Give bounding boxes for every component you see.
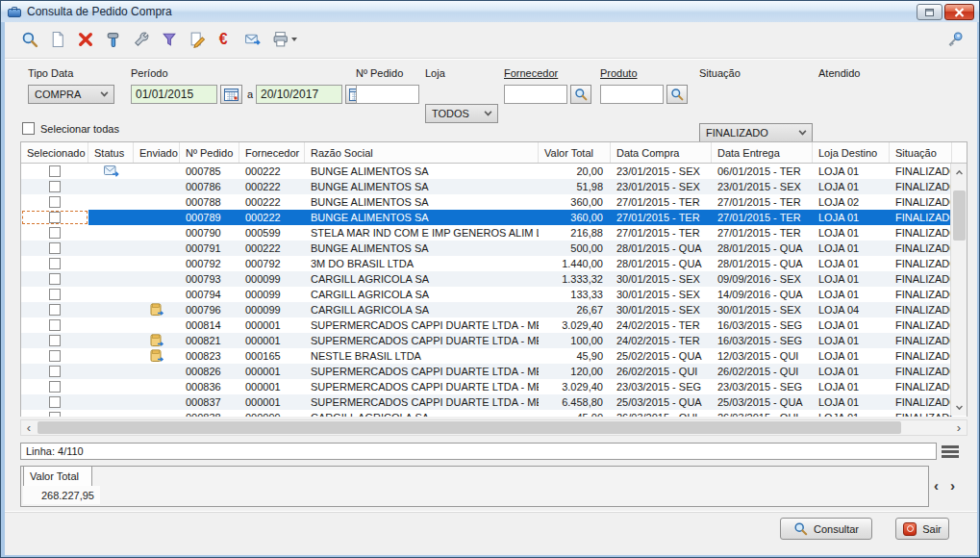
row-checkbox[interactable]: [49, 366, 61, 377]
print-icon[interactable]: [271, 31, 289, 49]
filter-icon[interactable]: [160, 31, 178, 49]
table-row[interactable]: 0007920007923M DO BRASIL LTDA1.440,0028/…: [21, 256, 967, 271]
row-checkbox[interactable]: [49, 181, 61, 192]
table-row[interactable]: 000793000099CARGILL AGRICOLA SA1.333,323…: [21, 271, 967, 287]
column-header-fornecedor[interactable]: Fornecedor: [239, 142, 305, 163]
scroll-right-arrow[interactable]: ›: [951, 420, 967, 435]
column-header-selecionado[interactable]: Selecionado: [21, 142, 88, 163]
row-checkbox[interactable]: [49, 304, 61, 316]
column-header-data-compra[interactable]: Data Compra: [611, 142, 712, 163]
num-pedido-input[interactable]: [356, 85, 419, 104]
scroll-up-arrow[interactable]: [951, 164, 967, 180]
totals-tab[interactable]: Valor Total: [23, 466, 92, 486]
euro-icon[interactable]: €: [215, 31, 234, 49]
svg-text:€: €: [218, 31, 227, 47]
status-bar: Linha: 4/110: [20, 443, 937, 460]
produto-search-button[interactable]: [666, 85, 688, 104]
table-row[interactable]: 000786000222BUNGE ALIMENTOS SA51,9823/01…: [21, 179, 967, 194]
totals-prev-arrow[interactable]: ‹: [934, 480, 939, 492]
row-checkbox[interactable]: [49, 227, 61, 239]
fornecedor-label[interactable]: Fornecedor: [504, 67, 558, 79]
horizontal-scroll-thumb[interactable]: [38, 421, 901, 434]
column-header-situa-o[interactable]: Situação: [890, 142, 952, 163]
delete-icon[interactable]: [76, 31, 94, 49]
loja-select[interactable]: TODOS: [425, 104, 498, 123]
column-header-loja-destino[interactable]: Loja Destino: [813, 142, 890, 163]
table-row[interactable]: 000791000222BUNGE ALIMENTOS SA500,0028/0…: [21, 241, 967, 256]
sent-mail-icon: [104, 165, 119, 177]
column-header-raz-o-social[interactable]: Razão Social: [305, 142, 539, 163]
fornecedor-input[interactable]: [504, 85, 567, 104]
edit-icon[interactable]: [188, 31, 206, 49]
row-checkbox[interactable]: [49, 212, 61, 223]
totals-next-arrow[interactable]: ›: [950, 480, 955, 492]
periodo-to-field[interactable]: 20/10/2017: [256, 85, 342, 104]
row-checkbox[interactable]: [49, 412, 61, 417]
cell-razao-social: SUPERMERCADOS CAPPI DUARTE LTDA - ME: [305, 317, 539, 333]
row-checkbox[interactable]: [49, 350, 61, 362]
bottom-bar: Consultar Sair: [5, 511, 977, 555]
hammer-tool-icon[interactable]: [104, 31, 122, 49]
column-header-data-entrega[interactable]: Data Entrega: [712, 142, 813, 163]
search-icon[interactable]: [20, 31, 38, 49]
row-checkbox[interactable]: [49, 242, 61, 254]
row-checkbox[interactable]: [49, 335, 61, 346]
restore-button[interactable]: [917, 4, 942, 20]
periodo-from-calendar-button[interactable]: [220, 85, 242, 104]
table-row[interactable]: 000789000222BUNGE ALIMENTOS SA360,0027/0…: [21, 210, 967, 225]
wrench-icon[interactable]: [132, 31, 150, 49]
table-row[interactable]: 000785000222BUNGE ALIMENTOS SA20,0023/01…: [21, 164, 967, 179]
table-row[interactable]: 000796000099CARGILL AGRICOLA SA26,6730/0…: [21, 302, 967, 317]
row-checkbox[interactable]: [49, 319, 61, 331]
key-icon[interactable]: [945, 30, 964, 48]
cell-valor-total: 1.333,32: [539, 271, 611, 287]
close-button[interactable]: [944, 4, 974, 20]
row-checkbox[interactable]: [49, 396, 61, 408]
scroll-left-arrow[interactable]: ‹: [21, 420, 37, 435]
row-checkbox[interactable]: [49, 258, 61, 269]
sair-button[interactable]: Sair: [895, 518, 949, 540]
table-row[interactable]: 000836000001SUPERMERCADOS CAPPI DUARTE L…: [21, 379, 967, 394]
select-all-checkbox[interactable]: [22, 122, 35, 135]
table-row[interactable]: 000823000165NESTLE BRASIL LTDA45,9025/02…: [21, 348, 967, 364]
row-checkbox[interactable]: [49, 273, 61, 285]
cell-pedido: 000789: [180, 210, 239, 225]
table-row[interactable]: 000788000222BUNGE ALIMENTOS SA360,0027/0…: [21, 194, 967, 210]
table-row[interactable]: 000790000599STELA MAR IND COM E IMP GENE…: [21, 225, 967, 241]
row-checkbox[interactable]: [49, 165, 61, 177]
scroll-down-arrow[interactable]: [951, 399, 967, 416]
row-checkbox[interactable]: [49, 196, 61, 208]
vertical-scrollbar[interactable]: [950, 164, 967, 416]
cell-pedido: 000837: [180, 394, 239, 410]
tipo-data-select[interactable]: COMPRA: [28, 85, 114, 104]
consultar-button[interactable]: Consultar: [780, 518, 872, 540]
column-header-status[interactable]: Status: [88, 142, 134, 163]
column-header-enviado[interactable]: Enviado: [134, 142, 180, 163]
print-dropdown-caret-icon[interactable]: [291, 38, 297, 41]
title-bar[interactable]: Consulta de Pedido Compra: [1, 1, 979, 22]
periodo-from-field[interactable]: 01/01/2015: [131, 85, 217, 104]
table-row[interactable]: 000821000001SUPERMERCADOS CAPPI DUARTE L…: [21, 333, 967, 348]
table-row[interactable]: 000838000099CARGILL AGRICOLA SA45,0026/0…: [21, 410, 967, 417]
horizontal-scrollbar[interactable]: ‹ ›: [20, 419, 967, 436]
produto-input[interactable]: [600, 85, 664, 104]
column-header-n-pedido[interactable]: Nº Pedido: [180, 142, 239, 163]
print-button-group[interactable]: [271, 31, 297, 49]
menu-icon[interactable]: [942, 445, 959, 458]
new-document-icon[interactable]: [48, 31, 66, 49]
row-checkbox[interactable]: [49, 289, 61, 300]
table-row[interactable]: 000826000001SUPERMERCADOS CAPPI DUARTE L…: [21, 364, 967, 379]
row-checkbox[interactable]: [49, 381, 61, 393]
cell-pedido: 000826: [180, 364, 239, 379]
chevron-down-icon: [485, 109, 492, 116]
table-row[interactable]: 000794000099CARGILL AGRICOLA SA133,3330/…: [21, 287, 967, 302]
fornecedor-search-button[interactable]: [570, 85, 591, 104]
situacao-select[interactable]: FINALIZADO: [699, 123, 813, 142]
produto-label[interactable]: Produto: [600, 67, 638, 79]
column-header-valor-total[interactable]: Valor Total: [539, 142, 611, 163]
vertical-scroll-thumb[interactable]: [953, 190, 966, 241]
table-row[interactable]: 000814000001SUPERMERCADOS CAPPI DUARTE L…: [21, 317, 967, 333]
cell-pedido: 000786: [180, 179, 239, 194]
send-mail-icon[interactable]: [243, 31, 262, 49]
table-row[interactable]: 000837000001SUPERMERCADOS CAPPI DUARTE L…: [21, 394, 967, 410]
